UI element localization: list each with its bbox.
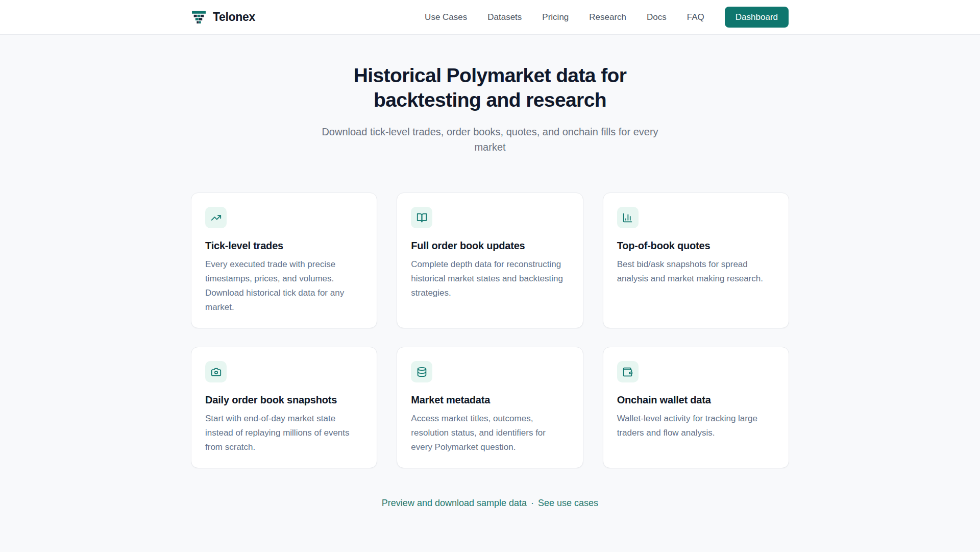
book-open-icon (411, 207, 432, 228)
card-title: Market metadata (411, 394, 569, 406)
feature-card: Top-of-book quotes Best bid/ask snapshot… (603, 193, 789, 328)
card-title: Onchain wallet data (617, 394, 775, 406)
card-title: Tick-level trades (205, 240, 363, 252)
database-icon (411, 361, 432, 382)
brand-name: Telonex (213, 10, 255, 24)
preview-sample-data-link[interactable]: Preview and download sample data (382, 498, 527, 508)
page-title-line-1: Historical Polymarket data for (0, 63, 980, 88)
page-subtitle: Download tick-level trades, order books,… (311, 124, 669, 155)
card-description: Wallet-level activity for tracking large… (617, 412, 775, 440)
page-title-line-2: backtesting and research (0, 88, 980, 112)
features-grid: Tick-level trades Every executed trade w… (191, 193, 789, 468)
trending-up-icon (205, 207, 227, 228)
nav-item-research[interactable]: Research (589, 12, 626, 22)
header-inner: Telonex Use CasesDatasetsPricingResearch… (191, 7, 789, 28)
nav-item-pricing[interactable]: Pricing (542, 12, 569, 22)
sample-links: Preview and download sample data·See use… (0, 498, 980, 509)
feature-card: Onchain wallet data Wallet-level activit… (603, 347, 789, 468)
nav-list: Use CasesDatasetsPricingResearchDocsFAQ (425, 12, 704, 22)
camera-icon (205, 361, 227, 382)
card-title: Top-of-book quotes (617, 240, 775, 252)
feature-card: Full order book updates Complete depth d… (397, 193, 583, 328)
nav-item-faq[interactable]: FAQ (687, 12, 704, 22)
feature-card: Daily order book snapshots Start with en… (191, 347, 377, 468)
site-header: Telonex Use CasesDatasetsPricingResearch… (0, 0, 980, 35)
nav-item-datasets[interactable]: Datasets (487, 12, 522, 22)
link-separator: · (531, 498, 534, 508)
card-title: Daily order book snapshots (205, 394, 363, 406)
card-description: Every executed trade with precise timest… (205, 257, 363, 315)
chart-column-icon (617, 207, 639, 228)
header-right: Use CasesDatasetsPricingResearchDocsFAQ … (425, 7, 789, 28)
nav-item-docs[interactable]: Docs (647, 12, 667, 22)
wallet-icon (617, 361, 639, 382)
nav-item-use-cases[interactable]: Use Cases (425, 12, 467, 22)
feature-card: Tick-level trades Every executed trade w… (191, 193, 377, 328)
hero-section: Historical Polymarket data for backtesti… (0, 35, 980, 155)
card-description: Start with end-of-day market state inste… (205, 412, 363, 454)
card-title: Full order book updates (411, 240, 569, 252)
brand-logo[interactable]: Telonex (191, 10, 255, 25)
feature-card: Market metadata Access market titles, ou… (397, 347, 583, 468)
card-description: Best bid/ask snapshots for spread analys… (617, 257, 775, 286)
page-title: Historical Polymarket data for backtesti… (0, 63, 980, 112)
card-description: Access market titles, outcomes, resoluti… (411, 412, 569, 454)
main-content: Historical Polymarket data for backtesti… (0, 35, 980, 509)
see-use-cases-link[interactable]: See use cases (538, 498, 598, 508)
card-description: Complete depth data for reconstructing h… (411, 257, 569, 300)
dashboard-button[interactable]: Dashboard (725, 7, 789, 28)
telonex-logo-icon (191, 10, 206, 25)
